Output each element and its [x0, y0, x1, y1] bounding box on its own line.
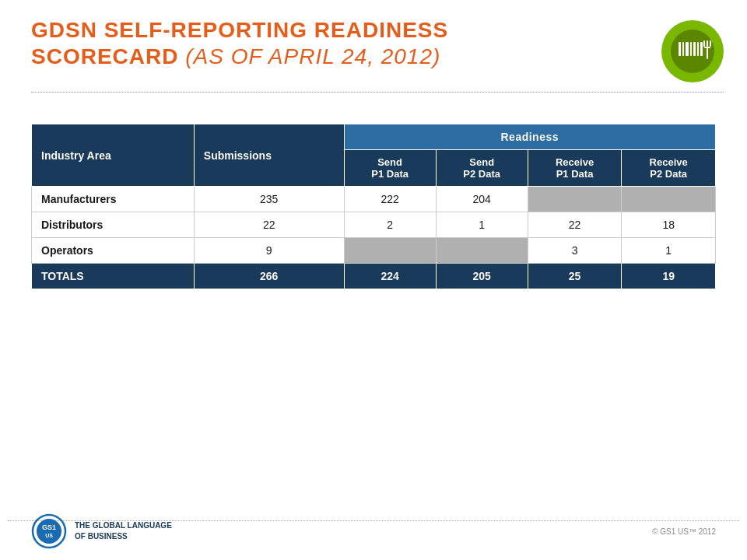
svg-rect-12 — [704, 47, 710, 48]
cell-receive-p1: 22 — [528, 212, 622, 238]
cell-totals-receive-p2: 19 — [622, 264, 716, 289]
cell-label: Distributors — [32, 212, 195, 238]
footer: GS1 US THE GLOBAL LANGUAGE OF BUSINESS ©… — [0, 513, 747, 549]
svg-rect-5 — [690, 42, 692, 56]
col-industry-area: Industry Area — [32, 124, 195, 187]
cell-receive-p2: 1 — [622, 238, 716, 264]
svg-rect-10 — [707, 40, 708, 47]
cell-totals-send-p2: 205 — [436, 264, 528, 289]
gs1-logo-svg: GS1 US — [31, 513, 67, 549]
svg-text:US: US — [45, 533, 53, 538]
footer-logo-line1: THE GLOBAL LANGUAGE — [75, 520, 172, 531]
page-title-line2: SCORECARD (AS OF APRIL 24, 2012) — [31, 44, 661, 70]
logo-svg — [663, 22, 722, 81]
svg-point-15 — [37, 519, 61, 544]
page: GDSN SELF-REPORTING READINESS SCORECARD … — [0, 0, 747, 560]
logo-circle — [661, 20, 724, 82]
svg-rect-6 — [693, 42, 696, 56]
page-title-line1: GDSN SELF-REPORTING READINESS — [31, 17, 661, 44]
table-row: Operators 9 3 1 — [32, 238, 716, 264]
svg-rect-2 — [679, 42, 681, 56]
cell-receive-p2: 18 — [622, 212, 716, 238]
svg-rect-8 — [700, 42, 703, 56]
col-submissions: Submissions — [194, 124, 344, 187]
page-title-date: (AS OF APRIL 24, 2012) — [185, 44, 440, 68]
svg-rect-3 — [682, 42, 684, 56]
cell-send-p1: 2 — [344, 212, 436, 238]
scorecard-table: Industry Area Submissions Readiness Send… — [31, 124, 716, 289]
header: GDSN SELF-REPORTING READINESS SCORECARD … — [0, 0, 747, 82]
cell-totals-send-p1: 224 — [344, 264, 436, 289]
svg-text:GS1: GS1 — [42, 523, 56, 531]
cell-receive-p1: 3 — [528, 238, 622, 264]
footer-logo-text: THE GLOBAL LANGUAGE OF BUSINESS — [75, 520, 172, 542]
table-row: Manufacturers 235 222 204 — [32, 187, 716, 212]
cell-receive-p1-gray — [528, 187, 622, 212]
table-totals-row: TOTALS 266 224 205 25 19 — [32, 264, 716, 289]
svg-rect-7 — [697, 42, 699, 56]
cell-label: Manufacturers — [32, 187, 195, 212]
col-send-p1: SendP1 Data — [344, 150, 436, 187]
cell-totals-submissions: 266 — [194, 264, 344, 289]
svg-rect-9 — [703, 40, 705, 47]
cell-send-p2-gray — [436, 238, 528, 264]
footer-copyright: © GS1 US™ 2012 — [652, 527, 716, 536]
cell-totals-receive-p1: 25 — [528, 264, 622, 289]
footer-logo: GS1 US THE GLOBAL LANGUAGE OF BUSINESS — [31, 513, 172, 549]
title-block: GDSN SELF-REPORTING READINESS SCORECARD … — [31, 17, 661, 69]
cell-submissions: 235 — [194, 187, 344, 212]
svg-rect-13 — [707, 48, 708, 59]
svg-rect-11 — [710, 40, 711, 47]
cell-submissions: 9 — [194, 238, 344, 264]
gs1-logo: GS1 US — [31, 513, 67, 549]
cell-submissions: 22 — [194, 212, 344, 238]
table-header-row-1: Industry Area Submissions Readiness — [32, 124, 716, 150]
table-row: Distributors 22 2 1 22 18 — [32, 212, 716, 238]
col-receive-p2: ReceiveP2 Data — [622, 150, 716, 187]
col-receive-p1: ReceiveP1 Data — [528, 150, 622, 187]
cell-send-p2: 1 — [436, 212, 528, 238]
cell-send-p1: 222 — [344, 187, 436, 212]
col-readiness-header: Readiness — [344, 124, 715, 150]
cell-send-p1-gray — [344, 238, 436, 264]
cell-label: Operators — [32, 238, 195, 264]
cell-totals-label: TOTALS — [32, 264, 195, 289]
cell-send-p2: 204 — [436, 187, 528, 212]
table-section: Industry Area Submissions Readiness Send… — [0, 93, 747, 289]
footer-logo-line2: OF BUSINESS — [75, 531, 172, 542]
cell-receive-p2-gray — [622, 187, 716, 212]
svg-rect-4 — [686, 42, 689, 56]
col-send-p2: SendP2 Data — [436, 150, 528, 187]
